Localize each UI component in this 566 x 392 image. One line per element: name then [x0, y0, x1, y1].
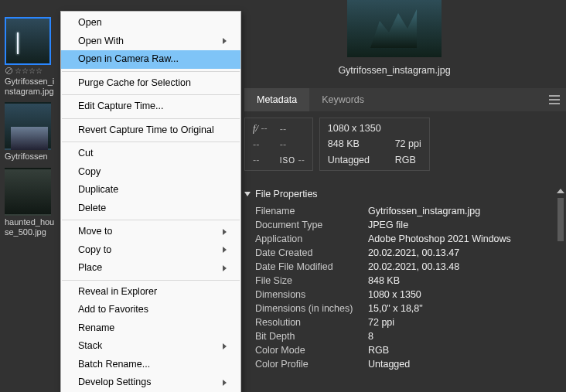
property-key: Application — [244, 233, 368, 244]
camera-settings-box: f/ -- -- -- -- -- ISO -- — [244, 118, 313, 171]
summary-filesize: 848 KB — [328, 138, 381, 149]
menu-item-label: Add to Favorites — [78, 303, 148, 317]
file-properties-header[interactable]: File Properties — [244, 189, 555, 199]
menu-item-open-in-camera-raw[interactable]: Open in Camera Raw... — [61, 50, 240, 69]
menu-item-label: Open in Camera Raw... — [78, 53, 179, 66]
property-key: Date Created — [244, 247, 368, 258]
thumbnail-caption: Gytrifossen_instagram.jpg — [5, 77, 57, 96]
metadata-tabbar: Metadata Keywords — [244, 88, 566, 111]
menu-item-add-to-favorites[interactable]: Add to Favorites — [61, 301, 240, 319]
shutter-value: -- — [280, 124, 305, 135]
file-properties-panel: File Properties FilenameGytrifossen_inst… — [244, 189, 555, 392]
thumbnail-image[interactable] — [5, 168, 51, 216]
tab-keywords[interactable]: Keywords — [309, 88, 377, 111]
property-value[interactable]: 848 KB — [368, 275, 555, 286]
no-symbol-icon — [5, 66, 13, 75]
menu-item-label: Develop Settings — [78, 376, 152, 390]
menu-item-label: Reveal in Explorer — [78, 285, 157, 299]
property-value[interactable]: 1080 x 1350 — [368, 289, 555, 300]
menu-item-label: Batch Rename... — [78, 358, 150, 372]
scroll-up-icon[interactable] — [557, 189, 564, 193]
menu-item-develop-settings[interactable]: Develop Settings — [61, 373, 240, 392]
property-key: Date File Modified — [244, 261, 368, 272]
property-value[interactable]: Adobe Photoshop 2021 Windows — [368, 233, 555, 244]
thumbnail-item[interactable]: ☆☆☆☆ Gytrifossen_instagram.jpg — [5, 17, 57, 96]
menu-item-label: Edit Capture Time... — [78, 100, 163, 114]
thumbnail-caption: Gytrifossen — [5, 152, 57, 162]
property-key: File Size — [244, 275, 368, 286]
menu-item-copy[interactable]: Copy — [61, 163, 240, 182]
rating-stars[interactable]: ☆☆☆☆ — [15, 66, 43, 75]
file-properties-grid: FilenameGytrifossen_instagram.jpgDocumen… — [244, 206, 555, 370]
menu-item-label: Rename — [78, 322, 114, 336]
menu-item-label: Stack — [78, 339, 102, 353]
property-value[interactable]: 20.02.2021, 00.13.47 — [368, 247, 555, 258]
property-value[interactable]: JPEG file — [368, 220, 555, 230]
metering-value: -- — [253, 155, 268, 165]
disclosure-triangle-icon[interactable] — [244, 192, 251, 196]
menu-item-label: Duplicate — [78, 183, 118, 197]
exposure-value: -- — [253, 139, 268, 150]
summary-dimensions: 1080 x 1350 — [328, 123, 381, 134]
flash-value: -- — [280, 139, 305, 150]
scroll-thumb[interactable] — [557, 198, 564, 241]
menu-item-copy-to[interactable]: Copy to — [61, 241, 240, 260]
menu-item-label: Place — [78, 261, 102, 275]
thumbnail-image[interactable] — [5, 17, 51, 65]
menu-item-label: Open — [78, 16, 102, 30]
summary-tag: Untagged — [328, 155, 381, 165]
property-key: Dimensions — [244, 289, 368, 300]
iso-label: ISO — [280, 156, 295, 165]
property-value[interactable]: 72 ppi — [368, 317, 555, 328]
menu-item-move-to[interactable]: Move to — [61, 223, 240, 241]
preview-filename: Gytrifossen_instagram.jpg — [332, 65, 456, 76]
menu-item-reveal-in-explorer[interactable]: Reveal in Explorer — [61, 283, 240, 302]
menu-item-label: Cut — [78, 147, 93, 161]
menu-item-cut[interactable]: Cut — [61, 145, 240, 163]
thumbnail-item[interactable]: Gytrifossen — [5, 102, 57, 162]
property-value[interactable]: 15,0" x 18,8" — [368, 303, 555, 314]
summary-mode: RGB — [395, 155, 421, 165]
property-value[interactable]: 8 — [368, 331, 555, 342]
panel-menu-icon[interactable] — [543, 88, 566, 111]
summary-ppi: 72 ppi — [395, 138, 421, 149]
menu-item-edit-capture-time[interactable]: Edit Capture Time... — [61, 97, 240, 116]
property-key: Dimensions (in inches) — [244, 303, 368, 314]
property-value[interactable]: Gytrifossen_instagram.jpg — [368, 206, 555, 216]
menu-item-revert-capture-time-to-original[interactable]: Revert Capture Time to Original — [61, 121, 240, 140]
menu-item-open[interactable]: Open — [61, 14, 240, 32]
property-value[interactable]: 20.02.2021, 00.13.48 — [368, 261, 555, 272]
property-value[interactable]: RGB — [368, 345, 555, 356]
menu-item-open-with[interactable]: Open With — [61, 32, 240, 51]
menu-item-batch-rename[interactable]: Batch Rename... — [61, 356, 240, 374]
thumbnail-item[interactable]: haunted_house_500.jpg — [5, 168, 57, 237]
menu-item-delete[interactable]: Delete — [61, 199, 240, 218]
menu-item-rename[interactable]: Rename — [61, 319, 240, 338]
thumbnail-column: ☆☆☆☆ Gytrifossen_instagram.jpg Gytrifoss… — [5, 17, 57, 243]
property-key: Color Mode — [244, 345, 368, 356]
preview-image[interactable] — [347, 0, 442, 57]
property-key: Document Type — [244, 220, 368, 230]
svg-line-1 — [6, 68, 11, 73]
scrollbar[interactable] — [557, 189, 564, 390]
file-summary-box: 1080 x 1350 848 KB 72 ppi Untagged RGB — [319, 118, 430, 171]
thumbnail-rating-row: ☆☆☆☆ — [5, 66, 57, 75]
tab-metadata[interactable]: Metadata — [244, 88, 309, 111]
menu-item-label: Copy to — [78, 244, 111, 257]
preview-area: Gytrifossen_instagram.jpg — [332, 0, 456, 76]
menu-item-purge-cache-for-selection[interactable]: Purge Cache for Selection — [61, 74, 240, 93]
property-key: Resolution — [244, 317, 368, 328]
menu-item-label: Purge Cache for Selection — [78, 77, 191, 90]
menu-item-label: Delete — [78, 202, 106, 216]
menu-item-label: Move to — [78, 225, 112, 239]
menu-item-label: Revert Capture Time to Original — [78, 124, 214, 138]
property-key: Bit Depth — [244, 331, 368, 342]
menu-item-stack[interactable]: Stack — [61, 337, 240, 356]
thumbnail-image[interactable] — [5, 102, 51, 150]
context-menu[interactable]: OpenOpen WithOpen in Camera Raw...Purge … — [60, 11, 241, 392]
property-value[interactable]: Untagged — [368, 359, 555, 370]
property-key: Color Profile — [244, 359, 368, 370]
menu-item-duplicate[interactable]: Duplicate — [61, 181, 240, 199]
file-properties-title: File Properties — [255, 189, 318, 199]
menu-item-place[interactable]: Place — [61, 259, 240, 278]
